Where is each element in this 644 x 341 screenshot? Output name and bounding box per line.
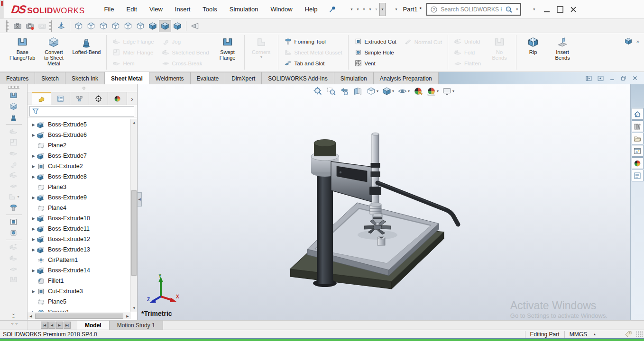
expand-arrow-icon[interactable]: ▶: [31, 216, 36, 221]
home-icon[interactable]: [344, 3, 348, 16]
expand-arrow-icon[interactable]: ▶: [31, 237, 36, 242]
dropdown-caret-icon[interactable]: ▾: [396, 7, 397, 11]
dropdown-caret-icon[interactable]: ▾: [375, 7, 377, 11]
view-front-icon[interactable]: [73, 20, 85, 32]
save-icon[interactable]: ▾: [360, 3, 367, 16]
propertymanager-icon[interactable]: [51, 92, 70, 105]
view-bottom-icon[interactable]: [134, 20, 147, 32]
doc-minimize-icon[interactable]: [609, 75, 616, 81]
tree-item-boss-extrude9[interactable]: ▶Boss-Extrude9: [28, 192, 131, 203]
dropdown-caret-icon[interactable]: ▾: [357, 7, 359, 11]
tree-item-boss-extrude7[interactable]: ▶Boss-Extrude7: [28, 151, 131, 161]
menu-file[interactable]: File: [98, 0, 120, 18]
tab-features[interactable]: Features: [0, 72, 35, 84]
lofted-bend-button[interactable]: Lofted-Bend: [68, 34, 104, 71]
resize-grip[interactable]: [636, 331, 643, 338]
search-input[interactable]: [441, 6, 502, 13]
tree-item-boss-extrude14[interactable]: ▶Boss-Extrude14: [28, 265, 131, 276]
expand-arrow-icon[interactable]: ▶: [31, 310, 36, 312]
menu-help[interactable]: Help: [299, 0, 324, 18]
dropdown-caret-icon[interactable]: ▾: [382, 7, 384, 11]
units-selector[interactable]: MMGS ▴: [570, 331, 596, 338]
view-dimetric-icon[interactable]: [159, 20, 171, 32]
toolbar-grip[interactable]: [8, 86, 19, 89]
graphics-viewport[interactable]: ▾▾▾▾▾ ◀: [138, 84, 631, 320]
expand-arrow-icon[interactable]: ▶: [31, 123, 36, 127]
view-top-icon[interactable]: [122, 20, 134, 32]
tab-weldments[interactable]: Weldments: [149, 72, 191, 84]
nav-last-icon[interactable]: ▶|: [64, 322, 71, 329]
tree-vertical-scrollbar[interactable]: ▲ ▼: [130, 119, 137, 312]
view-trimetric-icon[interactable]: [171, 20, 184, 32]
tree-item-plane4[interactable]: Plane4: [28, 203, 131, 213]
tab-analysis-preparation[interactable]: Analysis Preparation: [374, 72, 439, 84]
nav-next-icon[interactable]: ▶: [56, 322, 63, 329]
dropdown-caret-icon[interactable]: ▾: [350, 7, 352, 11]
design-library-icon[interactable]: [632, 120, 644, 132]
tag-icon[interactable]: [624, 330, 633, 339]
expand-arrow-icon[interactable]: ▶: [31, 289, 36, 294]
dropdown-caret-icon[interactable]: ▾: [363, 7, 365, 11]
new-document-icon[interactable]: ▾: [348, 3, 354, 16]
expand-arrow-icon[interactable]: ▶: [31, 248, 36, 252]
displaymanager-icon[interactable]: [108, 92, 127, 105]
search-scope-caret[interactable]: ▾: [516, 7, 518, 11]
dimxpertmanager-icon[interactable]: [89, 92, 108, 105]
tree-item-cut-extrude3[interactable]: ▶Cut-Extrude3: [28, 286, 131, 296]
scroll-up-icon[interactable]: ▲: [131, 119, 138, 126]
nav-first-icon[interactable]: |◀: [41, 322, 48, 329]
tree-filter-input[interactable]: [29, 106, 134, 117]
menu-tools[interactable]: Tools: [196, 0, 223, 18]
convert-to-sheet-metal-icon[interactable]: [7, 101, 21, 112]
dropdown-caret-icon[interactable]: ▾: [369, 7, 371, 11]
expand-arrow-icon[interactable]: ▶: [31, 269, 36, 273]
magnifier-icon[interactable]: [505, 5, 513, 14]
scroll-right-icon[interactable]: ▶: [124, 313, 131, 320]
drill-press-model[interactable]: [138, 84, 631, 320]
tab-solidworks-add-ins[interactable]: SOLIDWORKS Add-Ins: [262, 72, 334, 84]
screen-capture-icon[interactable]: [11, 20, 24, 32]
swept-flange-button[interactable]: Swept Flange: [213, 34, 242, 71]
tree-item-boss-extrude8[interactable]: ▶Boss-Extrude8: [28, 171, 131, 182]
doc-restore-icon[interactable]: [620, 75, 627, 81]
scroll-down-icon[interactable]: ▼: [131, 305, 138, 312]
tab-simulation[interactable]: Simulation: [334, 72, 374, 84]
tab-model[interactable]: Model: [77, 321, 110, 330]
collapse-right-icon[interactable]: [597, 75, 604, 82]
featuremanager-tree-icon[interactable]: [32, 92, 51, 105]
view-back-icon[interactable]: [85, 20, 97, 32]
collapse-left-icon[interactable]: [585, 75, 592, 82]
tree-horizontal-scrollbar[interactable]: ◀ ▶: [28, 313, 131, 319]
expand-arrow-icon[interactable]: ▶: [31, 164, 36, 169]
menu-edit[interactable]: Edit: [120, 0, 143, 18]
menu-simulation[interactable]: Simulation: [223, 0, 265, 18]
extruded-cut-icon[interactable]: [7, 216, 21, 227]
rebuild-icon[interactable]: [386, 3, 389, 16]
convert-to-sheet-metal-button[interactable]: Convert to Sheet Metal: [39, 34, 68, 71]
lofted-bend-icon[interactable]: [7, 112, 21, 123]
tree-item-cut-extrude2[interactable]: ▶Cut-Extrude2: [28, 161, 131, 171]
login-icon[interactable]: [526, 3, 530, 16]
forming-tool-icon[interactable]: [7, 202, 21, 213]
tab-and-slot-button[interactable]: Tab and Slot: [281, 58, 345, 69]
tree-item-boss-extrude12[interactable]: ▶Boss-Extrude12: [28, 234, 131, 244]
record-video-icon[interactable]: [24, 20, 36, 32]
tree-item-boss-extrude13[interactable]: ▶Boss-Extrude13: [28, 244, 131, 255]
menu-view[interactable]: View: [143, 0, 169, 18]
minimize-icon[interactable]: [542, 4, 552, 15]
mounted-display-icon[interactable]: [624, 37, 633, 45]
tree-item-sweep1[interactable]: ▶Sweep1: [28, 307, 131, 312]
toolbar-grip[interactable]: [49, 20, 52, 32]
tree-item-cirpattern1[interactable]: CirPattern1: [28, 255, 131, 265]
options-icon[interactable]: ▾: [393, 3, 399, 16]
select-icon[interactable]: ▾: [379, 3, 386, 16]
tree-item-boss-extrude10[interactable]: ▶Boss-Extrude10: [28, 213, 131, 224]
base-flange-icon[interactable]: [7, 90, 21, 101]
tree-item-plane3[interactable]: Plane3: [28, 182, 131, 192]
view-palette-icon[interactable]: [632, 145, 644, 157]
taskpane-home-icon[interactable]: [632, 108, 644, 120]
dropdown-caret-icon[interactable]: ▾: [260, 55, 262, 59]
vent-button[interactable]: Vent: [351, 58, 399, 69]
configurationmanager-icon[interactable]: [70, 92, 89, 105]
tab-sheet-metal[interactable]: Sheet Metal: [105, 72, 149, 84]
